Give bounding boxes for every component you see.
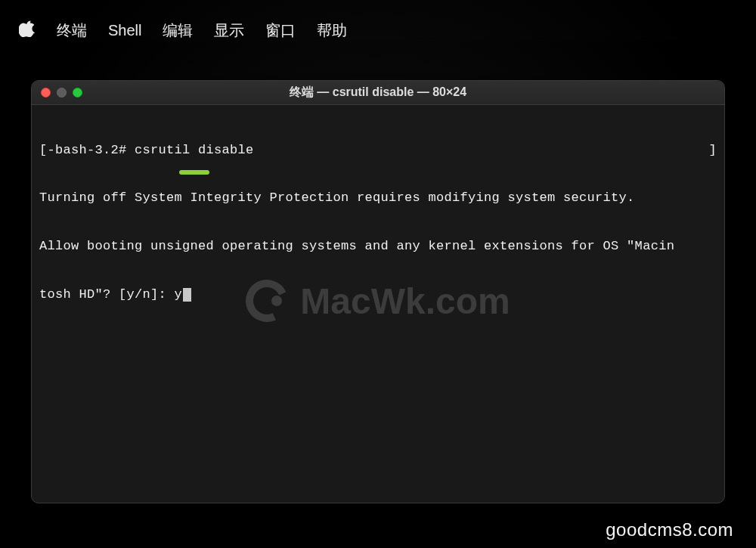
- terminal-line-4: tosh HD"? [y/n]: y: [39, 286, 717, 302]
- terminal-right-bracket: ]: [708, 142, 717, 158]
- menubar-item-shell[interactable]: Shell: [108, 22, 141, 39]
- terminal-line-3: Allow booting unsigned operating systems…: [39, 238, 717, 254]
- shell-command: csrutil disable: [135, 143, 254, 157]
- terminal-body[interactable]: ][-bash-3.2# csrutil disable Turning off…: [32, 105, 724, 339]
- terminal-line-1: ][-bash-3.2# csrutil disable: [39, 142, 717, 158]
- apple-menu-icon[interactable]: [19, 20, 36, 41]
- footer-attribution: goodcms8.com: [606, 519, 733, 540]
- menubar: 终端 Shell 编辑 显示 窗口 帮助: [0, 15, 756, 45]
- menubar-item-view[interactable]: 显示: [214, 20, 244, 41]
- menubar-item-app[interactable]: 终端: [57, 20, 87, 41]
- menubar-item-window[interactable]: 窗口: [265, 20, 296, 41]
- terminal-line-2: Turning off System Integrity Protection …: [39, 190, 717, 206]
- minimize-button[interactable]: [57, 88, 67, 98]
- traffic-lights: [41, 88, 82, 98]
- shell-prompt: -bash-3.2#: [48, 143, 135, 157]
- terminal-window: 终端 — csrutil disable — 80×24 ][-bash-3.2…: [31, 80, 725, 503]
- menubar-item-edit[interactable]: 编辑: [163, 20, 193, 41]
- window-title: 终端 — csrutil disable — 80×24: [32, 85, 724, 101]
- menubar-item-help[interactable]: 帮助: [317, 20, 347, 41]
- user-input: y: [175, 287, 183, 302]
- window-titlebar[interactable]: 终端 — csrutil disable — 80×24: [32, 81, 724, 105]
- maximize-button[interactable]: [73, 88, 82, 98]
- close-button[interactable]: [41, 88, 51, 98]
- green-underline-mark: [179, 170, 209, 175]
- prompt-question: tosh HD"? [y/n]:: [39, 287, 175, 302]
- cursor-icon: [183, 288, 191, 302]
